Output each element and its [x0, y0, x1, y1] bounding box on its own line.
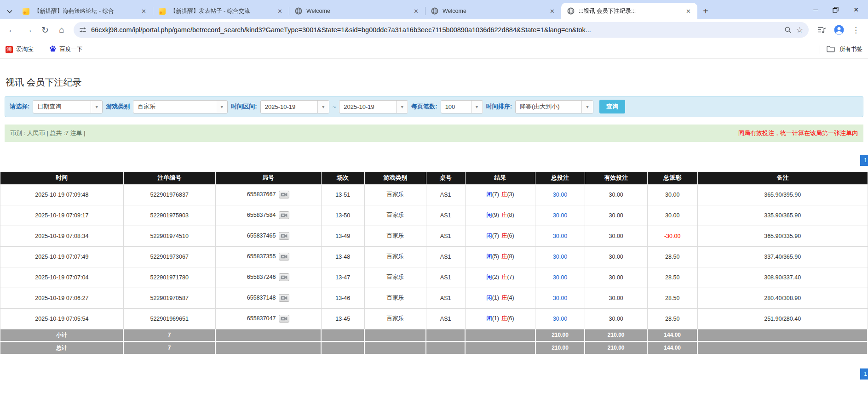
pagination-top: 1: [0, 155, 868, 166]
browser-tab[interactable]: Welcome ✕: [289, 3, 425, 19]
cell-total-bet[interactable]: 30.00: [535, 308, 585, 329]
cell-round: 655837584: [215, 205, 321, 226]
bookmark-baidu[interactable]: 百度一下: [49, 45, 83, 54]
date-to-value: 2025-10-19: [339, 103, 396, 110]
all-bookmarks[interactable]: 所有书签: [820, 45, 862, 54]
cell-total-bet[interactable]: 30.00: [535, 184, 585, 205]
table-row: 2025-10-19 07:06:27 522901970587 6558371…: [0, 288, 868, 308]
browser-tab[interactable]: 【新提醒】发表帖子 - 综合交流 ✕: [153, 3, 289, 19]
cell-total-bet[interactable]: 30.00: [535, 246, 585, 267]
tab-favicon-icon: [431, 7, 438, 15]
sort-select[interactable]: 降幂(由大到小) ▾: [515, 100, 593, 113]
banker-result: 庄: [501, 191, 507, 198]
close-button[interactable]: ✕: [853, 6, 859, 13]
media-controls-icon[interactable]: [817, 26, 826, 34]
chevron-down-icon: ▾: [317, 101, 329, 113]
cell-valid-bet: 30.00: [585, 226, 647, 246]
cell-total-bet[interactable]: 30.00: [535, 205, 585, 226]
summary-empty-cell: [465, 329, 535, 341]
bookmark-taobao[interactable]: 淘 爱淘宝: [6, 45, 34, 53]
round-number: 655837355: [247, 253, 276, 260]
summary-empty-cell: [426, 329, 465, 341]
camera-icon[interactable]: [279, 273, 289, 281]
browser-tab[interactable]: 【新提醒】海燕策略论坛 - 综合 ✕: [17, 3, 153, 19]
back-button[interactable]: ←: [5, 23, 19, 37]
query-type-select[interactable]: 日期查询 ▾: [33, 100, 103, 113]
tab-favicon-icon: [294, 7, 302, 15]
camera-icon[interactable]: [279, 294, 289, 302]
cell-result: 闲(1)庄(6): [465, 308, 535, 329]
chevron-down-icon: ▾: [91, 101, 102, 113]
camera-icon[interactable]: [279, 253, 289, 261]
summary-empty-cell: [321, 341, 364, 354]
url-text[interactable]: 66cxkj98.com/ipl/portal.php/game/betreco…: [91, 26, 780, 34]
tab-close-icon[interactable]: ✕: [413, 7, 420, 16]
cell-payout: 28.50: [647, 288, 697, 308]
cell-round: 655837047: [215, 308, 321, 329]
page-1-button[interactable]: 1: [860, 155, 868, 166]
tab-close-icon[interactable]: ✕: [685, 7, 692, 16]
banker-result: 庄: [501, 295, 507, 301]
tab-title: :::视讯 会员下注纪录:::: [579, 7, 681, 15]
summary-label: 总计: [0, 341, 124, 354]
table-row: 2025-10-19 07:08:34 522901974510 6558374…: [0, 226, 868, 246]
table-row: 2025-10-19 07:05:54 522901969651 6558370…: [0, 308, 868, 329]
menu-dots-icon[interactable]: ⋮: [852, 25, 860, 35]
reload-button[interactable]: ↻: [38, 23, 52, 37]
cell-total-bet[interactable]: 30.00: [535, 226, 585, 246]
tab-strip: 【新提醒】海燕策略论坛 - 综合 ✕ 【新提醒】发表帖子 - 综合交流 ✕ We…: [17, 3, 697, 19]
forward-button[interactable]: →: [21, 23, 36, 37]
cell-time: 2025-10-19 07:09:17: [0, 205, 124, 226]
profile-avatar[interactable]: [834, 24, 845, 35]
per-page-select[interactable]: 100 ▾: [441, 100, 483, 113]
tab-close-icon[interactable]: ✕: [140, 7, 147, 16]
camera-icon[interactable]: [279, 211, 289, 219]
browser-tab[interactable]: Welcome ✕: [425, 3, 561, 19]
summary-empty-cell: [697, 341, 868, 354]
date-from-select[interactable]: 2025-10-19 ▾: [260, 100, 329, 113]
chevron-down-icon[interactable]: [3, 4, 17, 19]
date-to-select[interactable]: 2025-10-19 ▾: [339, 100, 408, 113]
tab-close-icon[interactable]: ✕: [549, 7, 556, 16]
camera-icon[interactable]: [279, 232, 289, 240]
cell-total-bet[interactable]: 30.00: [535, 288, 585, 308]
cell-session: 13-45: [321, 308, 364, 329]
cell-table: AS1: [426, 246, 465, 267]
cell-remark: 335.90/365.90: [697, 205, 868, 226]
banker-result: 庄: [501, 253, 507, 260]
pagination-bottom: 1: [0, 368, 868, 380]
chevron-down-icon: ▾: [581, 101, 593, 113]
per-page-value: 100: [441, 103, 471, 110]
new-tab-button[interactable]: +: [697, 3, 714, 19]
cell-valid-bet: 30.00: [585, 288, 647, 308]
zoom-icon[interactable]: [784, 26, 792, 34]
bookmark-label: 爱淘宝: [16, 45, 34, 53]
cell-time: 2025-10-19 07:06:27: [0, 288, 124, 308]
camera-icon[interactable]: [279, 315, 289, 323]
search-button[interactable]: 查询: [599, 100, 625, 113]
cell-time: 2025-10-19 07:07:49: [0, 246, 124, 267]
page-title: 视讯 会员下注纪录: [6, 76, 868, 89]
game-type-select[interactable]: 百家乐 ▾: [133, 100, 228, 113]
tune-icon[interactable]: [79, 26, 86, 34]
column-header: 结果: [465, 172, 535, 184]
maximize-button[interactable]: [833, 7, 839, 13]
banker-result: 庄: [501, 274, 507, 280]
browser-tab[interactable]: :::视讯 会员下注纪录::: ✕: [561, 3, 697, 19]
player-result: 闲: [486, 212, 492, 218]
summary-count: 7: [123, 341, 215, 354]
cell-table: AS1: [426, 267, 465, 288]
tab-title: Welcome: [443, 8, 545, 14]
tab-close-icon[interactable]: ✕: [276, 7, 283, 16]
cell-payout: 30.00: [647, 184, 697, 205]
page-1-button[interactable]: 1: [860, 368, 868, 380]
summary-empty-cell: [697, 329, 868, 341]
round-number: 655837584: [247, 212, 276, 218]
cell-total-bet[interactable]: 30.00: [535, 267, 585, 288]
bookmark-star-icon[interactable]: ☆: [796, 25, 803, 35]
camera-icon[interactable]: [279, 191, 289, 198]
minimize-button[interactable]: ─: [813, 6, 818, 13]
home-button[interactable]: ⌂: [54, 23, 69, 37]
address-bar[interactable]: 66cxkj98.com/ipl/portal.php/game/betreco…: [74, 22, 809, 38]
cell-time: 2025-10-19 07:09:48: [0, 184, 124, 205]
